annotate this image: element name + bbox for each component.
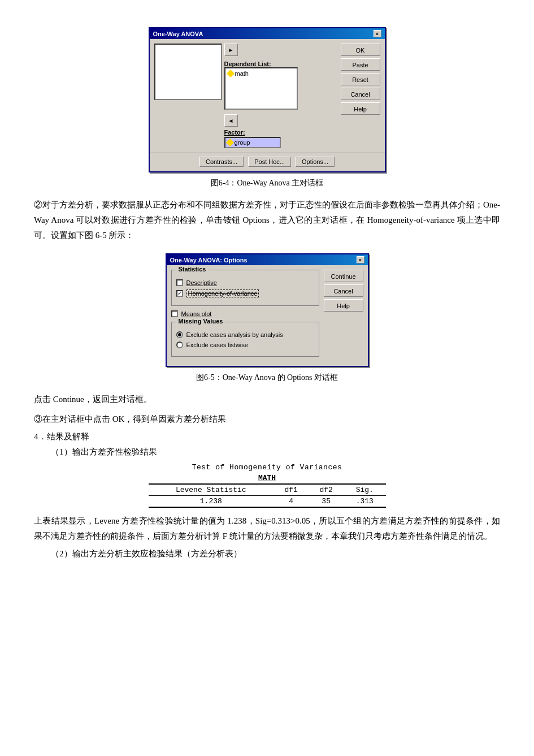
dep-item-math-label: math	[235, 70, 249, 77]
homog-label: Homogeneity-of-variance	[186, 290, 259, 297]
factor-input[interactable]: group	[224, 137, 281, 148]
means-plot-row: Means plot	[171, 310, 319, 317]
source-list[interactable]	[154, 44, 222, 100]
caption1: 图6-4：One-Way Anova 主对话框	[34, 178, 500, 188]
reset-button[interactable]: Reset	[341, 73, 380, 85]
options-cancel-button[interactable]: Cancel	[324, 284, 363, 297]
options-close-icon[interactable]: ×	[357, 256, 364, 263]
radio1-row: Exclude cases analysis by analysis	[176, 331, 314, 338]
radio2[interactable]	[176, 342, 183, 348]
body-text3: ③在主对话框中点击 OK，得到单因素方差分析结果	[34, 412, 500, 427]
options-buttons: Continue Cancel Help	[324, 270, 363, 361]
table-subtitle: MATH	[149, 474, 386, 482]
factor-label: Factor:	[224, 129, 298, 136]
factor-row: group	[224, 137, 298, 148]
anova-buttons: OK Paste Reset Cancel Help	[341, 44, 380, 148]
ok-button[interactable]: OK	[341, 44, 380, 56]
caption2: 图6-5：One-Way Anova 的 Options 对话框	[34, 373, 500, 383]
radio1-label: Exclude cases analysis by analysis	[186, 331, 283, 338]
cell-levene: 1.238	[149, 496, 274, 508]
homog-checkbox[interactable]: ✓	[176, 290, 183, 297]
cell-df2: 35	[309, 496, 344, 508]
contrasts-button[interactable]: Contrasts...	[199, 157, 244, 167]
dependent-list[interactable]: math	[224, 67, 298, 110]
col-sig: Sig.	[344, 484, 385, 496]
statistics-group: Statistics Descriptive ✓ Homogeneity-of-…	[171, 270, 319, 306]
descriptive-label: Descriptive	[186, 279, 217, 286]
missing-values-group: Missing Values Exclude cases analysis by…	[171, 322, 319, 357]
options-titlebar: One-Way ANOVA: Options ×	[167, 254, 368, 265]
anova-dialog: One-Way ANOVA × ► Dependent List:	[149, 27, 386, 172]
sub2: （2）输出方差分析主效应检验结果（方差分析表）	[34, 548, 500, 559]
help-button[interactable]: Help	[341, 102, 380, 115]
body-text1: ②对于方差分析，要求数据服从正态分布和不同组数据方差齐性，对于正态性的假设在后面…	[34, 197, 500, 243]
stats-table-container: Test of Homogeneity of Variances MATH Le…	[149, 463, 386, 508]
descriptive-checkbox[interactable]	[176, 279, 183, 286]
titlebar-buttons: ×	[374, 30, 381, 37]
check-mark: ✓	[177, 291, 182, 296]
body-text4: 上表结果显示，Levene 方差齐性检验统计量的值为 1.238，Sig=0.3…	[34, 513, 500, 544]
cell-df1: 4	[273, 496, 309, 508]
cancel-button[interactable]: Cancel	[341, 88, 380, 100]
radio1-fill	[178, 333, 181, 336]
anova-title: One-Way ANOVA	[153, 31, 203, 37]
factor-section: ◄ Factor: group	[224, 114, 298, 148]
continue-button[interactable]: Continue	[324, 270, 363, 282]
diamond-icon	[226, 70, 234, 77]
section4-head: 4．结果及解释	[34, 431, 500, 442]
options-body: Statistics Descriptive ✓ Homogeneity-of-…	[167, 265, 368, 366]
dep-item-math: math	[227, 70, 296, 77]
dependent-label: Dependent List:	[224, 61, 298, 67]
radio2-label: Exclude cases listwise	[186, 342, 248, 348]
cell-sig: .313	[344, 496, 385, 508]
anova-dialog-container: One-Way ANOVA × ► Dependent List:	[34, 27, 500, 172]
anova-left-panel: ► Dependent List: math ◄	[154, 44, 336, 148]
anova-titlebar: One-Way ANOVA ×	[150, 28, 385, 39]
body-text2: 点击 Continue，返回主对话框。	[34, 392, 500, 407]
options-dialog: One-Way ANOVA: Options × Statistics Desc…	[166, 253, 369, 367]
factor-value: group	[235, 139, 250, 146]
sub1: （1）输出方差齐性检验结果	[34, 447, 500, 457]
options-dialog-container: One-Way ANOVA: Options × Statistics Desc…	[34, 253, 500, 367]
col-levene: Levene Statistic	[149, 484, 274, 496]
arrow-right-btn[interactable]: ►	[224, 44, 238, 56]
radio1[interactable]	[176, 331, 183, 338]
dependent-section: ► Dependent List: math	[224, 44, 298, 110]
options-button[interactable]: Options...	[296, 157, 335, 167]
col-df1: df1	[273, 484, 309, 496]
table-data-row: 1.238 4 35 .313	[149, 496, 386, 508]
options-left-panel: Statistics Descriptive ✓ Homogeneity-of-…	[171, 270, 319, 361]
arrow-buttons: ► Dependent List: math ◄	[224, 44, 298, 148]
statistics-group-title: Statistics	[176, 266, 209, 273]
options-title: One-Way ANOVA: Options	[170, 257, 248, 263]
close-icon[interactable]: ×	[374, 30, 381, 37]
anova-body: ► Dependent List: math ◄	[150, 39, 385, 153]
table-header-row: Levene Statistic df1 df2 Sig.	[149, 484, 386, 496]
radio2-row: Exclude cases listwise	[176, 342, 314, 348]
col-df2: df2	[309, 484, 344, 496]
stats-table: Levene Statistic df1 df2 Sig. 1.238 4 35…	[149, 483, 386, 508]
options-titlebar-buttons: ×	[357, 256, 364, 263]
anova-bottom-buttons: Contrasts... Post Hoc... Options...	[150, 153, 385, 171]
options-help-button[interactable]: Help	[324, 299, 363, 312]
homog-row: ✓ Homogeneity-of-variance	[176, 290, 314, 297]
descriptive-row: Descriptive	[176, 279, 314, 286]
means-plot-label: Means plot	[181, 310, 212, 317]
missing-values-title: Missing Values	[176, 318, 225, 325]
paste-button[interactable]: Paste	[341, 58, 380, 71]
arrow-left-btn[interactable]: ◄	[224, 114, 238, 127]
table-title: Test of Homogeneity of Variances	[149, 463, 386, 472]
means-plot-checkbox[interactable]	[171, 310, 178, 317]
factor-diamond-icon	[225, 139, 233, 146]
post-hoc-button[interactable]: Post Hoc...	[248, 157, 291, 167]
